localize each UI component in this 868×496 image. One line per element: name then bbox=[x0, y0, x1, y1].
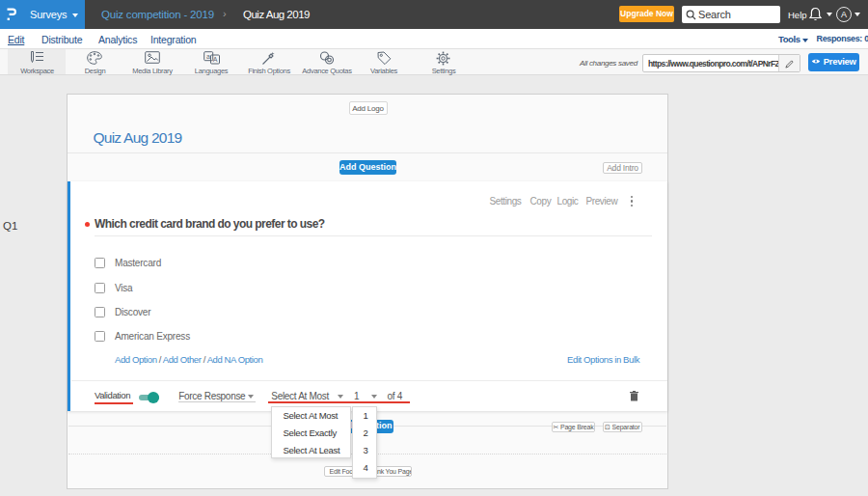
svg-text:A: A bbox=[213, 56, 218, 63]
svg-text:a: a bbox=[206, 53, 210, 60]
